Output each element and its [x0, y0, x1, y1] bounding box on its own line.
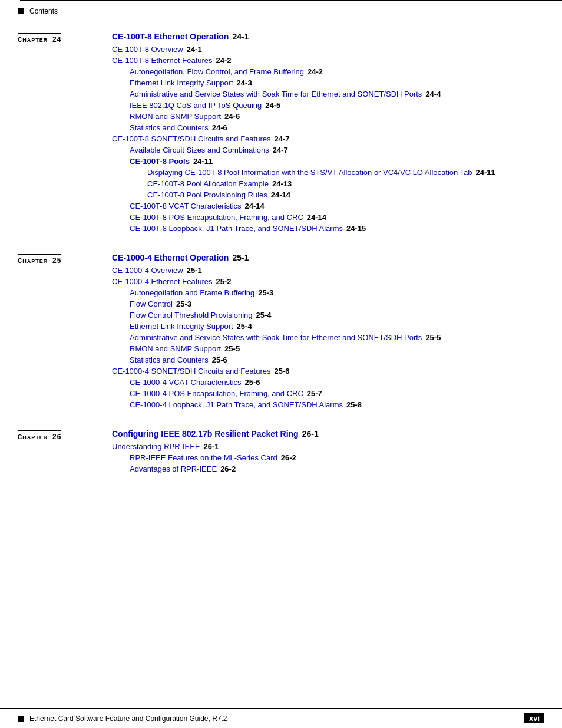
toc-item: RPR-IEEE Features on the ML-Series Card … [112, 453, 544, 462]
toc-link[interactable]: Statistics and Counters [130, 123, 209, 132]
toc-item: CE-1000-4 Loopback, J1 Path Trace, and S… [112, 400, 544, 409]
toc-link[interactable]: Administrative and Service States with S… [130, 90, 422, 98]
toc-item: CE-1000-4 POS Encapsulation, Framing, an… [112, 389, 544, 398]
chapter-heading-24[interactable]: CE-100T-8 Ethernet Operation24-1 [112, 32, 544, 41]
page-header: Contents [0, 0, 562, 20]
toc-page: 24-5 [265, 101, 280, 110]
toc-item: CE-100T-8 Overview 24-1 [112, 45, 544, 54]
toc-page: 25-1 [187, 266, 202, 275]
toc-page: 25-8 [346, 400, 362, 409]
toc-link[interactable]: CE-1000-4 SONET/SDH Circuits and Feature… [112, 367, 270, 375]
toc-page: 24-11 [476, 168, 495, 177]
toc-page: 25-6 [274, 367, 289, 375]
toc-link[interactable]: RMON and SNMP Support [130, 344, 221, 353]
toc-link[interactable]: Statistics and Counters [130, 355, 209, 364]
toc-page: 25-4 [256, 311, 272, 319]
toc-link[interactable]: CE-100T-8 Loopback, J1 Path Trace, and S… [130, 224, 343, 233]
toc-link[interactable]: CE-100T-8 Overview [112, 45, 183, 54]
page-container: Contents CHAPTER 24 CE-100T-8 Ethernet O… [0, 0, 562, 728]
toc-item: CE-100T-8 SONET/SDH Circuits and Feature… [112, 134, 544, 143]
toc-link[interactable]: CE-1000-4 Overview [112, 266, 183, 275]
chapter-heading-25[interactable]: CE-1000-4 Ethernet Operation25-1 [112, 253, 544, 262]
toc-item: Flow Control Threshold Provisioning 25-4 [112, 311, 544, 319]
header-square-icon [18, 8, 24, 14]
toc-page: 25-2 [216, 277, 232, 286]
toc-link[interactable]: Flow Control Threshold Provisioning [130, 311, 253, 319]
toc-page: 26-2 [220, 465, 236, 473]
toc-page: 24-6 [224, 112, 240, 121]
chapter-label-26: CHAPTER 26 [18, 430, 61, 441]
chapter-num-26: 26 [52, 433, 61, 441]
toc-page: 24-7 [273, 146, 288, 154]
toc-link[interactable]: IEEE 802.1Q CoS and IP ToS Queuing [130, 101, 262, 110]
toc-page: 25-5 [425, 333, 441, 342]
toc-item: CE-100T-8 VCAT Characteristics 24-14 [112, 202, 544, 210]
toc-link[interactable]: CE-100T-8 Ethernet Features [112, 56, 213, 65]
toc-item: CE-100T-8 Loopback, J1 Path Trace, and S… [112, 224, 544, 233]
chapter-section-26: CHAPTER 26 Configuring IEEE 802.17b Resi… [18, 429, 544, 476]
toc-link[interactable]: Autonegotiation, Flow Control, and Frame… [130, 67, 304, 76]
toc-link[interactable]: CE-1000-4 VCAT Characteristics [130, 378, 242, 387]
toc-link[interactable]: CE-1000-4 Ethernet Features [112, 277, 213, 286]
toc-page: 24-6 [212, 123, 227, 132]
toc-link[interactable]: Displaying CE-100T-8 Pool Information wi… [147, 168, 472, 177]
toc-link[interactable]: Administrative and Service States with S… [130, 333, 422, 342]
toc-item: CE-100T-8 Pools 24-11 [112, 157, 544, 166]
toc-item: CE-1000-4 SONET/SDH Circuits and Feature… [112, 367, 544, 375]
chapter-heading-26[interactable]: Configuring IEEE 802.17b Resilient Packe… [112, 429, 544, 439]
footer-book-title: Ethernet Card Software Feature and Confi… [29, 714, 524, 723]
toc-link[interactable]: Ethernet Link Integrity Support [130, 78, 233, 87]
toc-page: 25-7 [307, 389, 322, 398]
toc-item: Statistics and Counters 25-6 [112, 355, 544, 364]
toc-link[interactable]: CE-1000-4 POS Encapsulation, Framing, an… [130, 389, 303, 398]
toc-page: 24-14 [245, 202, 265, 210]
toc-page: 24-14 [307, 213, 326, 222]
toc-page: 26-1 [204, 442, 219, 451]
toc-link[interactable]: RMON and SNMP Support [130, 112, 221, 121]
chapter-label-25: CHAPTER 25 [18, 254, 61, 265]
toc-item: Ethernet Link Integrity Support 25-4 [112, 322, 544, 331]
toc-page: 24-3 [237, 78, 252, 87]
footer-square-icon [18, 716, 24, 722]
toc-item: CE-100T-8 Pool Allocation Example 24-13 [112, 179, 544, 188]
header-title: Contents [29, 7, 58, 15]
main-content: CHAPTER 24 CE-100T-8 Ethernet Operation2… [0, 20, 562, 529]
toc-link[interactable]: CE-100T-8 VCAT Characteristics [130, 202, 242, 210]
toc-link[interactable]: CE-100T-8 Pool Provisioning Rules [147, 190, 267, 199]
toc-item: CE-1000-4 Ethernet Features 25-2 [112, 277, 544, 286]
toc-page: 24-15 [346, 224, 366, 233]
footer-page-num: xvi [524, 713, 544, 723]
toc-link[interactable]: CE-100T-8 SONET/SDH Circuits and Feature… [112, 134, 270, 143]
toc-page: 26-2 [281, 453, 296, 462]
toc-item: Autonegotiation, Flow Control, and Frame… [112, 67, 544, 76]
toc-link[interactable]: Ethernet Link Integrity Support [130, 322, 233, 331]
toc-item: Displaying CE-100T-8 Pool Information wi… [112, 168, 544, 177]
toc-link[interactable]: CE-100T-8 Pools [130, 157, 190, 166]
toc-link[interactable]: Autonegotiation and Frame Buffering [130, 288, 254, 297]
toc-link[interactable]: Understanding RPR-IEEE [112, 442, 200, 451]
chapter-num-24: 24 [52, 35, 61, 44]
toc-item: Autonegotiation and Frame Buffering 25-3 [112, 288, 544, 297]
toc-link[interactable]: Flow Control [130, 299, 173, 308]
toc-page: 24-4 [425, 90, 441, 98]
toc-item: CE-100T-8 Pool Provisioning Rules 24-14 [112, 190, 544, 199]
chapter-section-25: CHAPTER 25 CE-1000-4 Ethernet Operation2… [18, 253, 544, 411]
toc-item: RMON and SNMP Support 25-5 [112, 344, 544, 353]
toc-link[interactable]: CE-100T-8 POS Encapsulation, Framing, an… [130, 213, 303, 222]
toc-page: 24-13 [272, 179, 292, 188]
toc-item: CE-1000-4 VCAT Characteristics 25-6 [112, 378, 544, 387]
toc-page: 25-6 [212, 355, 227, 364]
toc-link[interactable]: CE-1000-4 Loopback, J1 Path Trace, and S… [130, 400, 343, 409]
toc-item: Statistics and Counters 24-6 [112, 123, 544, 132]
top-border [20, 0, 562, 1]
toc-link[interactable]: CE-100T-8 Pool Allocation Example [147, 179, 269, 188]
toc-link[interactable]: RPR-IEEE Features on the ML-Series Card [130, 453, 277, 462]
toc-page: 24-7 [274, 134, 289, 143]
chapter-content-24: CE-100T-8 Ethernet Operation24-1 CE-100T… [112, 32, 544, 235]
toc-link[interactable]: Advantages of RPR-IEEE [130, 465, 217, 473]
toc-page: 25-3 [258, 288, 273, 297]
toc-page: 24-2 [216, 56, 232, 65]
toc-page: 24-11 [193, 157, 213, 166]
toc-link[interactable]: Available Circuit Sizes and Combinations [130, 146, 269, 154]
toc-item: CE-100T-8 POS Encapsulation, Framing, an… [112, 213, 544, 222]
